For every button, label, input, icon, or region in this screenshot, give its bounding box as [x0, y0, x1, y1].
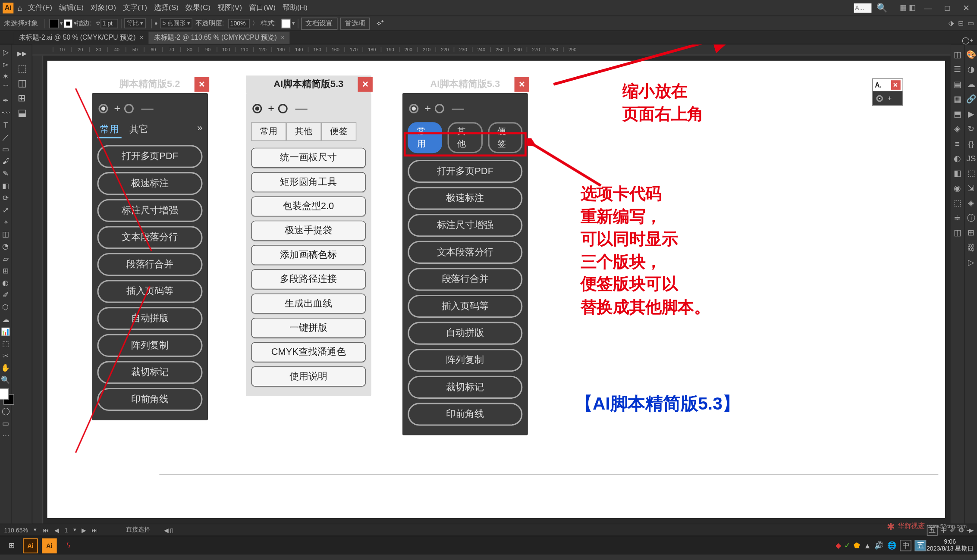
zoom-level[interactable]: 110.65%: [4, 526, 28, 533]
mesh-tool[interactable]: ⊞: [0, 265, 11, 276]
menu-file[interactable]: 文件(F): [28, 3, 52, 13]
preferences-button[interactable]: 首选项: [340, 17, 370, 29]
tab-other[interactable]: 其他: [286, 122, 321, 141]
magic-wand-tool[interactable]: ✶: [0, 71, 11, 81]
brush-tool[interactable]: 🖌: [0, 156, 11, 167]
properties-icon[interactable]: ◫: [952, 49, 963, 60]
tab-doc-2[interactable]: 未标题-2 @ 110.65 % (CMYK/CPU 预览)×: [149, 32, 290, 44]
radio-collapse[interactable]: [278, 103, 288, 113]
eraser-tool[interactable]: ◧: [0, 180, 11, 191]
menu-window[interactable]: 窗口(W): [249, 3, 276, 13]
close-icon[interactable]: ✕: [195, 77, 209, 91]
script-button[interactable]: 自动拼版: [97, 307, 202, 330]
script-button[interactable]: 一键拼版: [251, 318, 366, 338]
shape-builder-tool[interactable]: ◔: [0, 241, 11, 252]
history-icon[interactable]: ↻: [966, 123, 977, 134]
links-icon[interactable]: 🔗: [966, 94, 977, 105]
close-icon[interactable]: ✕: [358, 77, 372, 91]
close-icon[interactable]: ✕: [515, 77, 529, 91]
tray-icon[interactable]: ⬟: [854, 541, 861, 550]
opacity-input[interactable]: [228, 19, 250, 28]
ext-tool-4[interactable]: ⬓: [13, 106, 31, 119]
pathfinder-icon[interactable]: ◫: [952, 227, 963, 238]
scale-tool[interactable]: ⤢: [0, 204, 11, 215]
radio-mini[interactable]: [876, 95, 883, 102]
close-button[interactable]: ✕: [963, 3, 970, 13]
appearance-icon[interactable]: ◉: [952, 183, 963, 194]
align-icon[interactable]: ⬗: [949, 19, 954, 27]
workspace-icon[interactable]: ◧: [909, 3, 916, 12]
gradient-tool[interactable]: ◐: [0, 277, 11, 288]
play-icon[interactable]: ▷: [966, 257, 977, 268]
tab-notes[interactable]: 便签: [321, 122, 356, 141]
asset-export-icon[interactable]: ⇲: [966, 183, 977, 194]
type-tool[interactable]: T: [0, 119, 11, 130]
script-button[interactable]: 统一画板尺寸: [251, 148, 366, 168]
script-button[interactable]: 生成出血线: [251, 294, 366, 314]
artboards-icon[interactable]: ⬚: [966, 168, 977, 179]
sound-icon[interactable]: 🔊: [874, 541, 884, 550]
eyedropper-tool[interactable]: ✐: [0, 289, 11, 300]
script-button[interactable]: 多段路径连接: [251, 269, 366, 289]
info-icon[interactable]: ⓘ: [966, 213, 977, 223]
mini-panel-docked[interactable]: A...: [854, 3, 871, 13]
artboard[interactable]: 脚本精简版5.2 ✕ + — 常用 其它 » 打开多页PDF: [47, 61, 945, 518]
maximize-button[interactable]: □: [945, 3, 950, 13]
script-button[interactable]: 打开多页PDF: [408, 160, 522, 183]
js-icon[interactable]: JS: [966, 153, 977, 164]
lasso-tool[interactable]: ⌒: [0, 83, 11, 94]
edit-toolbar[interactable]: ⋯: [0, 430, 11, 441]
ime-icon[interactable]: 中: [900, 540, 912, 551]
free-transform-tool[interactable]: ◫: [0, 229, 11, 240]
draw-mode[interactable]: ◯: [0, 406, 11, 416]
script-button[interactable]: 插入页码等: [408, 295, 522, 318]
scale-mode-dropdown[interactable]: 等比: [124, 18, 146, 28]
script-button[interactable]: 标注尺寸增强: [408, 214, 522, 237]
minimize-button[interactable]: —: [924, 3, 932, 13]
chevron-right-icon[interactable]: »: [197, 122, 202, 138]
script-button[interactable]: 添加画稿色标: [251, 245, 366, 265]
perspective-tool[interactable]: ▱: [0, 253, 11, 264]
ext-tool-2[interactable]: ◫: [13, 76, 31, 90]
nav-icon[interactable]: ◈: [966, 198, 977, 209]
script-button[interactable]: 极速手提袋: [251, 221, 366, 241]
script-button[interactable]: 段落行合并: [97, 253, 202, 276]
radio-expand[interactable]: [98, 103, 108, 113]
taskbar-app-3[interactable]: ϟ: [61, 538, 75, 553]
close-icon[interactable]: ✕: [891, 80, 901, 90]
script-button[interactable]: 矩形圆角工具: [251, 172, 366, 192]
fill-swatch[interactable]: [49, 19, 59, 28]
network-icon[interactable]: 🌐: [887, 541, 897, 550]
color-guide-icon[interactable]: ◑: [966, 64, 977, 75]
radio-expand[interactable]: [252, 103, 262, 113]
tab-common[interactable]: 常用: [97, 122, 121, 138]
rotate-tool[interactable]: ⟳: [0, 192, 11, 203]
script-button[interactable]: 打开多页PDF: [97, 145, 202, 168]
tray-icon[interactable]: ◆: [836, 541, 841, 550]
profile-dropdown[interactable]: 5 点圆形: [160, 18, 192, 28]
stroke-panel-icon[interactable]: ≡: [952, 138, 963, 149]
zoom-tool[interactable]: 🔍: [0, 375, 11, 385]
selection-tool[interactable]: ▷: [0, 47, 11, 57]
cloud-icon[interactable]: ☁: [966, 79, 977, 90]
pin-icon[interactable]: ⊟: [958, 19, 964, 27]
menu-object[interactable]: 对象(O): [91, 3, 116, 13]
arrange-icon[interactable]: ▦: [900, 3, 907, 12]
blend-tool[interactable]: ⬡: [0, 302, 11, 313]
star-icon[interactable]: ⟡⁺: [377, 19, 383, 28]
script-button[interactable]: 阵列复制: [408, 349, 522, 372]
script-button[interactable]: 插入页码等: [97, 280, 202, 303]
tray-icon[interactable]: ✓: [844, 541, 850, 550]
ext-tool-3[interactable]: ⊞: [13, 91, 31, 104]
panel-toggle[interactable]: ▸▸: [13, 47, 31, 60]
ime-icon-2[interactable]: 五: [915, 540, 927, 551]
graphic-styles-icon[interactable]: ⬚: [952, 198, 963, 209]
curvature-tool[interactable]: 〰: [0, 107, 11, 118]
script-button[interactable]: 文本段落分行: [408, 241, 522, 264]
swatches-icon[interactable]: ▦: [952, 94, 963, 105]
symbols-icon[interactable]: ◈: [952, 123, 963, 134]
libraries-icon[interactable]: ▤: [952, 79, 963, 90]
script-button[interactable]: 印前角线: [97, 388, 202, 411]
actions-icon[interactable]: ▶: [966, 109, 977, 119]
hand-tool[interactable]: ✋: [0, 362, 11, 373]
